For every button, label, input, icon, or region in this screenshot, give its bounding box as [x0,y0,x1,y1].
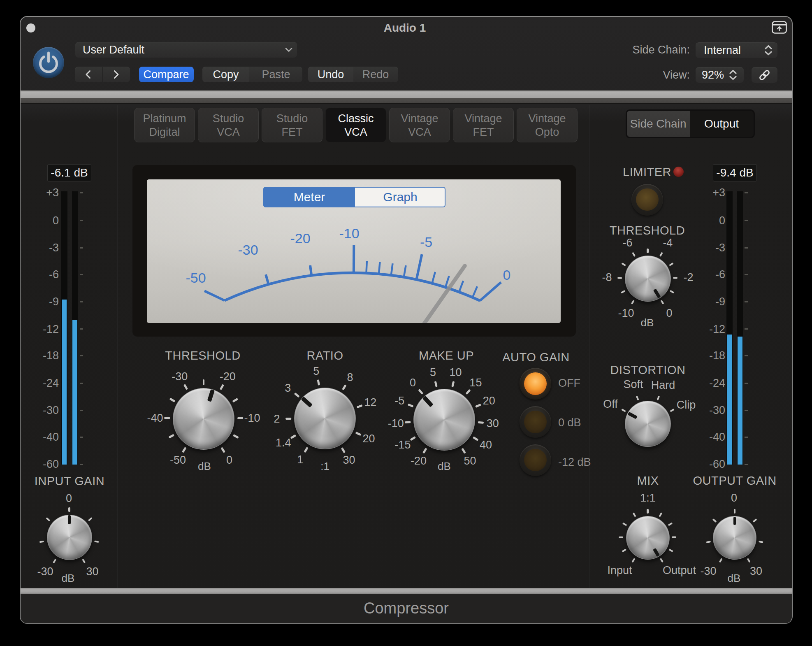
svg-text:-10: -10 [339,225,359,241]
svg-text:-5: -5 [420,234,432,250]
svg-text:-30: -30 [238,242,258,258]
svg-text:-20: -20 [290,230,310,246]
svg-text:0: 0 [503,267,511,283]
svg-text:-50: -50 [186,270,206,286]
